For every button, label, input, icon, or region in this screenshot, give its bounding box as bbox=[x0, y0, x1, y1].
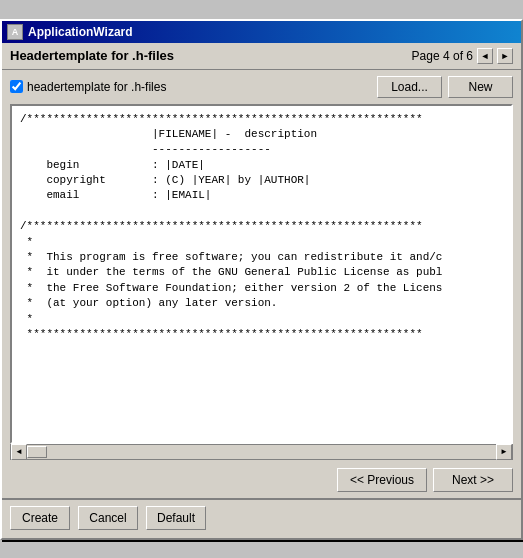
scroll-left-arrow[interactable]: ◄ bbox=[11, 444, 27, 460]
toolbar-buttons: Load... New bbox=[377, 76, 513, 98]
scroll-right-arrow[interactable]: ► bbox=[496, 444, 512, 460]
nav-buttons-section: << Previous Next >> bbox=[2, 462, 521, 498]
scrollbar-thumb[interactable] bbox=[27, 446, 47, 458]
page-title: Headertemplate for .h-files bbox=[10, 48, 174, 63]
next-button[interactable]: Next >> bbox=[433, 468, 513, 492]
previous-button[interactable]: << Previous bbox=[337, 468, 427, 492]
create-button[interactable]: Create bbox=[10, 506, 70, 530]
load-button[interactable]: Load... bbox=[377, 76, 442, 98]
scrollbar-track[interactable] bbox=[27, 445, 496, 459]
application-wizard-window: A ApplicationWizard Headertemplate for .… bbox=[0, 19, 523, 540]
code-editor: /***************************************… bbox=[10, 104, 513, 444]
page-prev-arrow[interactable]: ◄ bbox=[477, 48, 493, 64]
window-icon: A bbox=[7, 24, 23, 40]
headertemplate-checkbox[interactable] bbox=[10, 80, 23, 93]
window-title: ApplicationWizard bbox=[28, 25, 516, 39]
checkbox-label-text: headertemplate for .h-files bbox=[27, 80, 166, 94]
header-section: Headertemplate for .h-files Page 4 of 6 … bbox=[2, 43, 521, 70]
cancel-button[interactable]: Cancel bbox=[78, 506, 138, 530]
default-button[interactable]: Default bbox=[146, 506, 206, 530]
title-bar: A ApplicationWizard bbox=[2, 21, 521, 43]
page-info-text: Page 4 of 6 bbox=[412, 49, 473, 63]
page-next-arrow[interactable]: ► bbox=[497, 48, 513, 64]
bottom-buttons-section: Create Cancel Default bbox=[2, 499, 521, 538]
new-button[interactable]: New bbox=[448, 76, 513, 98]
checkbox-container[interactable]: headertemplate for .h-files bbox=[10, 80, 166, 94]
code-text: /***************************************… bbox=[12, 106, 511, 349]
toolbar-section: headertemplate for .h-files Load... New bbox=[2, 70, 521, 104]
horizontal-scrollbar[interactable]: ◄ ► bbox=[10, 444, 513, 460]
page-info-container: Page 4 of 6 ◄ ► bbox=[412, 48, 513, 64]
